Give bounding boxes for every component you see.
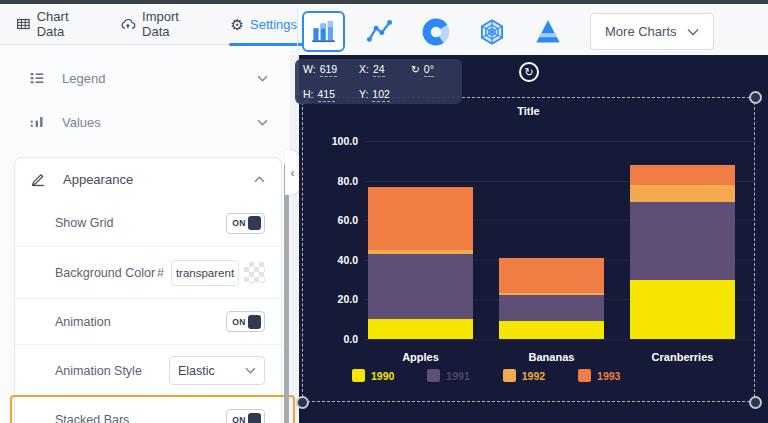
- show-grid-toggle[interactable]: ON: [226, 213, 265, 234]
- section-appearance[interactable]: Appearance: [15, 158, 281, 200]
- legend-item-1992[interactable]: 1992: [503, 369, 545, 382]
- y-axis-tick-label: 60.0: [313, 214, 358, 226]
- toolbar-divider: [297, 8, 298, 52]
- background-color-value: transparent: [176, 267, 234, 279]
- option-animation-style: Animation Style Elastic: [15, 344, 281, 396]
- chart-type-pyramid[interactable]: [526, 11, 569, 52]
- bar-segment-1990: [368, 319, 473, 339]
- legend-item-1991[interactable]: 1991: [427, 369, 469, 382]
- toggle-on-label: ON: [230, 415, 248, 423]
- chart-editor-app: { "colors": { "accent_blue": "#2e8af3", …: [0, 0, 768, 423]
- appearance-pencil-icon: [29, 170, 47, 188]
- background-color-input[interactable]: transparent: [171, 260, 239, 286]
- tab-chart-data-label: Chart Data: [37, 9, 95, 39]
- chart-type-bar[interactable]: [302, 11, 345, 52]
- chart-canvas[interactable]: Title 100.080.060.040.020.00.0ApplesBana…: [299, 55, 768, 423]
- width-label: W:: [303, 63, 316, 75]
- show-grid-label: Show Grid: [55, 216, 226, 230]
- data-tabs: Chart Data Import Data ⚙ Settings: [0, 4, 297, 45]
- x-axis-category-label: Bananas: [479, 351, 624, 363]
- stacked-bars-label: Stacked Bars: [55, 413, 226, 423]
- y-label: Y:: [359, 88, 368, 100]
- pyramid-chart-icon: [534, 18, 562, 46]
- bar-segment-1993: [499, 258, 604, 294]
- x-axis-category-label: Cranberries: [610, 351, 755, 363]
- chart-type-radar[interactable]: [470, 11, 513, 52]
- chart-type-line[interactable]: [358, 11, 401, 52]
- selection-handle-top-right[interactable]: [749, 91, 762, 104]
- tab-settings[interactable]: ⚙ Settings: [231, 4, 297, 44]
- values-icon: [28, 113, 46, 131]
- sidebar-collapse-handle[interactable]: ‹: [285, 150, 300, 195]
- rotate-icon: ↻: [411, 63, 420, 75]
- more-charts-button[interactable]: More Charts: [590, 13, 714, 50]
- y-value[interactable]: 102: [372, 88, 390, 102]
- hash-sign: #: [157, 266, 164, 280]
- height-value[interactable]: 415: [318, 88, 336, 102]
- y-field: Y:102: [359, 88, 411, 102]
- tab-import-data[interactable]: Import Data: [120, 4, 204, 44]
- donut-chart-icon: [422, 18, 450, 46]
- tab-chart-data[interactable]: Chart Data: [16, 4, 94, 44]
- rotation-handle[interactable]: ↻: [519, 62, 539, 82]
- chevron-left-icon: ‹: [291, 166, 295, 180]
- x-field: X:24: [359, 63, 411, 77]
- section-legend-label: Legend: [62, 71, 257, 86]
- bar-segment-1990: [499, 321, 604, 339]
- y-axis-tick-label: 100.0: [313, 135, 358, 147]
- y-axis-tick-label: 20.0: [313, 293, 358, 305]
- chart-title: Title: [302, 105, 755, 117]
- bar-segment-1993: [630, 165, 735, 185]
- selection-handle-bottom-left[interactable]: [296, 396, 309, 409]
- animation-style-label: Animation Style: [55, 364, 169, 378]
- legend-label: 1991: [446, 370, 469, 382]
- height-field: H:415: [303, 88, 359, 102]
- legend-swatch: [578, 369, 591, 382]
- x-axis-category-label: Apples: [348, 351, 493, 363]
- chart-type-picker: More Charts: [302, 8, 714, 55]
- stacked-bars-toggle[interactable]: ON: [226, 409, 265, 423]
- legend-label: 1990: [371, 370, 394, 382]
- y-axis-tick-label: 0.0: [313, 333, 358, 345]
- rotation-value[interactable]: 0°: [424, 63, 434, 77]
- legend-item-1990[interactable]: 1990: [352, 369, 394, 382]
- bar-segment-1992: [630, 185, 735, 203]
- section-legend[interactable]: Legend: [0, 56, 290, 100]
- animation-label: Animation: [55, 315, 226, 329]
- gridline: [364, 141, 755, 142]
- option-show-grid: Show Grid ON: [15, 200, 281, 246]
- bar-segment-1991: [368, 254, 473, 319]
- legend-swatch: [352, 369, 365, 382]
- legend-icon: [28, 69, 46, 87]
- legend-item-1993[interactable]: 1993: [578, 369, 620, 382]
- transparent-swatch[interactable]: [244, 262, 265, 283]
- radar-chart-icon: [478, 18, 506, 46]
- y-axis-tick-label: 40.0: [313, 254, 358, 266]
- legend-label: 1993: [597, 370, 620, 382]
- animation-style-select[interactable]: Elastic: [169, 356, 265, 385]
- width-value[interactable]: 619: [320, 63, 338, 77]
- chevron-down-icon: [257, 75, 268, 82]
- sidebar-scrollbar[interactable]: [284, 163, 289, 423]
- bar-segment-1991: [630, 202, 735, 279]
- toggle-on-label: ON: [230, 218, 248, 228]
- chevron-down-icon: [257, 119, 268, 126]
- section-values[interactable]: Values: [0, 100, 290, 144]
- chart-type-donut[interactable]: [414, 11, 457, 52]
- bar-segment-1992: [368, 250, 473, 254]
- x-value[interactable]: 24: [373, 63, 385, 77]
- gear-icon: ⚙: [231, 17, 244, 32]
- toggle-knob: [248, 216, 261, 230]
- chevron-up-icon: [254, 176, 265, 183]
- table-icon: [16, 16, 31, 32]
- x-label: X:: [359, 63, 369, 75]
- rotation-field: ↻0°: [411, 63, 466, 77]
- bar-segment-1992: [499, 293, 604, 295]
- toggle-on-label: ON: [230, 317, 248, 327]
- animation-toggle[interactable]: ON: [226, 311, 265, 332]
- width-field: W:619: [303, 63, 359, 77]
- more-charts-label: More Charts: [605, 24, 677, 39]
- selection-handle-bottom-right[interactable]: [749, 396, 762, 409]
- section-values-label: Values: [62, 115, 257, 130]
- toggle-knob: [248, 413, 261, 423]
